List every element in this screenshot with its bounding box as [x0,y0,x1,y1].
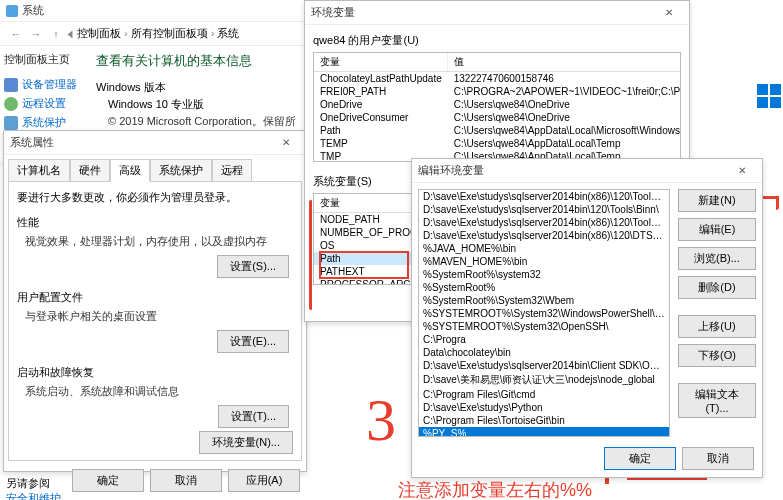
apply-button[interactable]: 应用(A) [228,469,300,492]
list-item[interactable]: C:\Progra [419,333,669,346]
shield-icon [4,116,18,130]
annotation-number-3: 3 [366,386,396,455]
cp-titlebar: 系统 [0,0,305,22]
table-row[interactable]: PathC:\Users\qwe84\AppData\Local\Microso… [314,124,681,137]
sysprop-pane: 要进行大多数更改，你必须作为管理员登录。 性能 视觉效果，处理器计划，内存使用，… [8,181,302,461]
list-item[interactable]: D:\save\Exe\studys\sqlserver2014bin\Clie… [419,359,669,372]
list-item[interactable]: %SYSTEMROOT%\System32\WindowsPowerShell\… [419,307,669,320]
list-item[interactable]: D:\save\美和易思\师资认证\大三\nodejs\node_global [419,372,669,388]
new-button[interactable]: 新建(N) [678,189,756,212]
user-vars-table[interactable]: 变量值 ChocolateyLastPathUpdate132227470600… [313,52,681,162]
list-item[interactable]: C:\Program Files\TortoiseGit\bin [419,414,669,427]
table-row[interactable]: OneDriveConsumerC:\Users\qwe84\OneDrive [314,111,681,124]
edit-button[interactable]: 编辑(E) [678,218,756,241]
admin-note: 要进行大多数更改，你必须作为管理员登录。 [17,190,293,205]
sysprop-tabs: 计算机名硬件高级系统保护远程 [4,155,306,182]
startup-settings-button[interactable]: 设置(T)... [218,405,289,428]
sysprop-title: 系统属性 [10,135,54,150]
table-row[interactable]: OneDriveC:\Users\qwe84\OneDrive [314,98,681,111]
cp-navbar: ← → ↑ 控制面板›所有控制面板项›系统 [0,22,305,46]
up-button[interactable]: ↑ [46,24,66,44]
list-item[interactable]: D:\save\Exe\studys\sqlserver2014bin(x86)… [419,190,669,203]
ok-button[interactable]: 确定 [72,469,144,492]
tab-0[interactable]: 计算机名 [8,159,70,182]
perf-group: 性能 视觉效果，处理器计划，内存使用，以及虚拟内存 设置(S)... [17,215,293,278]
tab-1[interactable]: 硬件 [70,159,110,182]
move-down-button[interactable]: 下移(O) [678,344,756,367]
cancel-button[interactable]: 取消 [682,447,754,470]
cancel-button[interactable]: 取消 [150,469,222,492]
table-row[interactable]: FREI0R_PATHC:\PROGRA~2\APOWER~1\VIDEOC~1… [314,85,681,98]
tab-3[interactable]: 系统保护 [150,159,212,182]
forward-button[interactable]: → [26,24,46,44]
chevron-icon [68,31,73,39]
tab-2[interactable]: 高级 [110,159,150,182]
profile-settings-button[interactable]: 设置(E)... [217,330,289,353]
sidebar-remote[interactable]: 远程设置 [4,96,88,111]
table-row[interactable]: ChocolateyLastPathUpdate1322274706001587… [314,72,681,86]
list-item[interactable]: D:\save\Exe\studys\sqlserver2014bin\120\… [419,203,669,216]
list-item[interactable]: %JAVA_HOME%\bin [419,242,669,255]
close-button[interactable]: ✕ [728,161,756,181]
editpath-side-buttons: 新建(N) 编辑(E) 浏览(B)... 删除(D) 上移(U) 下移(O) 编… [678,189,756,437]
list-item[interactable]: %SystemRoot%\System32\Wbem [419,294,669,307]
list-item[interactable]: D:\save\Exe\studys\sqlserver2014bin(x86)… [419,216,669,229]
startup-group: 启动和故障恢复 系统启动、系统故障和调试信息 设置(T)... [17,365,293,428]
move-up-button[interactable]: 上移(U) [678,315,756,338]
delete-button[interactable]: 删除(D) [678,276,756,299]
list-item[interactable]: %MAVEN_HOME%\bin [419,255,669,268]
edit-text-button[interactable]: 编辑文本(T)... [678,383,756,418]
cp-title: 系统 [22,4,44,16]
editpath-titlebar: 编辑环境变量 ✕ [412,159,762,183]
list-item[interactable]: %SYSTEMROOT%\System32\OpenSSH\ [419,320,669,333]
windows-logo [757,84,783,110]
ok-button[interactable]: 确定 [604,447,676,470]
sidebar-device-manager[interactable]: 设备管理器 [4,77,88,92]
close-button[interactable]: ✕ [655,3,683,23]
section-label: Windows 版本 [96,80,301,95]
env-titlebar: 环境变量 ✕ [305,1,689,25]
browse-button[interactable]: 浏览(B)... [678,247,756,270]
sidebar-protection[interactable]: 系统保护 [4,115,88,130]
env-title: 环境变量 [311,5,355,20]
list-item[interactable]: D:\save\Exe\studys\Python [419,401,669,414]
sidebar-header: 控制面板主页 [4,52,88,67]
list-item[interactable]: %SystemRoot%\system32 [419,268,669,281]
edit-path-window: 编辑环境变量 ✕ D:\save\Exe\studys\sqlserver201… [411,158,763,478]
remote-icon [4,97,18,111]
editpath-buttons: 确定 取消 [412,443,762,474]
list-item[interactable]: D:\save\Exe\studys\sqlserver2014bin(x86)… [419,229,669,242]
sysprop-titlebar: 系统属性 ✕ [4,131,306,155]
sysprop-buttons: 确定 取消 应用(A) [4,465,306,496]
list-item[interactable]: C:\Program Files\Git\cmd [419,388,669,401]
path-listbox[interactable]: D:\save\Exe\studys\sqlserver2014bin(x86)… [418,189,670,437]
tab-4[interactable]: 远程 [212,159,252,182]
list-item[interactable]: %SystemRoot% [419,281,669,294]
windows-edition: Windows 10 专业版 [108,97,301,112]
profile-group: 用户配置文件 与登录帐户相关的桌面设置 设置(E)... [17,290,293,353]
back-button[interactable]: ← [6,24,26,44]
device-icon [4,78,18,92]
list-item[interactable]: Data\chocolatey\bin [419,346,669,359]
table-row[interactable]: TEMPC:\Users\qwe84\AppData\Local\Temp [314,137,681,150]
env-vars-button[interactable]: 环境变量(N)... [199,431,293,454]
annotation-warning-text: 注意添加变量左右的%% [398,478,592,500]
close-button[interactable]: ✕ [272,133,300,153]
system-properties-window: 系统属性 ✕ 计算机名硬件高级系统保护远程 要进行大多数更改，你必须作为管理员登… [3,130,307,472]
user-vars-label: qwe84 的用户变量(U) [313,33,681,48]
editpath-title: 编辑环境变量 [418,163,484,178]
page-title: 查看有关计算机的基本信息 [96,52,301,70]
list-item[interactable]: %PY_S% [419,427,669,437]
perf-settings-button[interactable]: 设置(S)... [217,255,289,278]
breadcrumb[interactable]: 控制面板›所有控制面板项›系统 [66,26,239,41]
